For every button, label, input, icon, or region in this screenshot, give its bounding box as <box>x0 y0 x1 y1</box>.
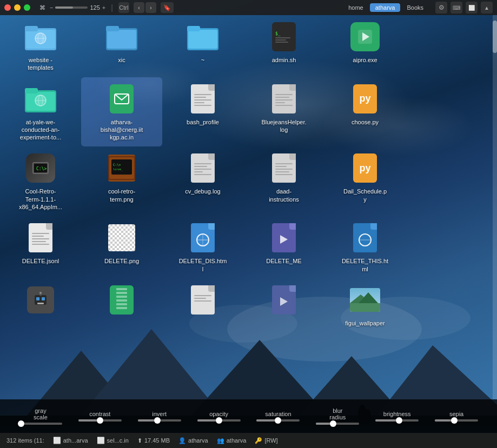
file-atharva-email[interactable]: atharva-bishal@cnerg.iitkgp.ac.in <box>81 77 162 147</box>
filter-grayscale-slider[interactable] <box>19 423 62 425</box>
finder-icon: ⌘ <box>37 2 48 13</box>
doc-icon-cv-debug <box>187 152 219 184</box>
zip-icon-file <box>105 284 138 316</box>
file-label-delete-png: DELETE.png <box>104 257 139 265</box>
file-label-figui-wallpaper: figui_wallpaper <box>345 319 385 327</box>
close-button[interactable] <box>4 4 11 11</box>
file-delete-this-html[interactable]: DELETE_THIS.html <box>324 216 406 278</box>
png-icon-delete <box>105 222 138 254</box>
status-count-label: 312 items (11: <box>6 437 44 444</box>
file-xic[interactable]: xic <box>81 15 162 69</box>
tab-home[interactable]: home <box>343 3 369 12</box>
file-dail-schedule[interactable]: py Dail_Schedule.py <box>324 146 406 209</box>
tab-books[interactable]: Books <box>401 3 429 12</box>
filter-opacity: opacity <box>189 411 249 422</box>
status-app2-label: sel...c.in <box>107 437 129 444</box>
doc-icon-delete-jsonl <box>24 222 57 254</box>
nav-forward-button[interactable]: › <box>145 2 156 13</box>
settings-icon[interactable]: ⚙ <box>435 2 447 14</box>
filter-brightness-slider[interactable] <box>375 419 419 422</box>
svg-text:C:\>: C:\> <box>113 163 121 166</box>
divider1: | <box>111 3 113 12</box>
file-bash-profile[interactable]: bash_profile <box>162 77 243 131</box>
file-video2[interactable] <box>243 278 324 325</box>
bookmark-icon[interactable]: 🔖 <box>161 2 174 13</box>
expand-icon[interactable]: ▲ <box>481 2 493 14</box>
ctrl-icon[interactable]: Ctrl <box>118 2 129 13</box>
status-icon-app1: ⬜ <box>53 437 61 444</box>
scroll-thumb[interactable] <box>493 21 497 53</box>
file-bluejeans-log[interactable]: BluejeansHelper.log <box>243 77 324 139</box>
video-icon-delete-me <box>268 222 300 254</box>
filter-invert-slider[interactable] <box>138 419 181 422</box>
file-delete-png[interactable]: DELETE.png <box>81 216 162 270</box>
status-user1-icon: 👤 <box>178 437 186 444</box>
status-disk-icon: ⬆ <box>137 437 142 444</box>
file-label-admin-sh: admin.sh <box>272 56 296 64</box>
maximize-button[interactable] <box>24 4 30 11</box>
status-item-count: 312 items (11: <box>6 437 44 444</box>
file-doc-plain[interactable] <box>162 278 243 325</box>
filter-brightness: brightness <box>367 411 427 422</box>
file-delete-me[interactable]: DELETE_ME <box>243 216 324 270</box>
nav-back-button[interactable]: ‹ <box>134 2 144 13</box>
file-aipro-exe[interactable]: aipro.exe <box>324 15 406 69</box>
screen-icon[interactable]: ⬜ <box>466 2 478 14</box>
tab-atharva[interactable]: atharva <box>370 3 401 12</box>
filter-bar: grayscale contrast invert opacity satura… <box>0 399 497 433</box>
filter-sepia: sepia <box>427 411 486 422</box>
status-user1-label: atharva <box>188 437 208 444</box>
filter-grayscale: grayscale <box>11 407 70 425</box>
file-figui-wallpaper[interactable]: figui_wallpaper <box>324 278 406 332</box>
file-at-yale[interactable]: at-yale-we-conducted-an-experiment-to... <box>0 77 81 147</box>
filter-contrast-slider[interactable] <box>78 419 122 422</box>
menu-icons-right: ⚙ ⌨ ⬜ ▲ <box>435 2 493 14</box>
file-robot[interactable] <box>0 278 81 325</box>
zoom-slider[interactable] <box>55 6 88 9</box>
status-mode-label: [RW] <box>264 437 277 444</box>
file-tilde[interactable]: ~ <box>162 15 243 69</box>
file-label-cool-retro-app: Cool-Retro-Term-1.1.1-x86_64.AppIm... <box>19 188 62 211</box>
scroll-bar[interactable] <box>493 15 497 399</box>
file-cv-debug[interactable]: cv_debug.log <box>162 146 243 200</box>
file-cool-retro-png[interactable]: C:\> lorem_ cool-retro-term.png <box>81 146 162 209</box>
file-label-cv-debug: cv_debug.log <box>185 188 220 195</box>
file-choose-py[interactable]: py choose.py <box>324 77 406 131</box>
file-zip[interactable] <box>81 278 162 325</box>
keyboard-icon[interactable]: ⌨ <box>450 2 462 14</box>
status-item-user1: 👤 atharva <box>178 437 208 444</box>
file-label-delete-this-html: DELETE_THIS.html <box>342 257 388 273</box>
file-delete-jsonl[interactable]: DELETE.jsonl <box>0 216 81 270</box>
file-admin-sh[interactable]: $_ admin.sh <box>243 15 324 69</box>
traffic-lights <box>4 4 30 11</box>
svg-rect-20 <box>107 30 136 49</box>
filter-blur-slider[interactable] <box>316 423 359 425</box>
menu-bar: ⌘ − 125 + | Ctrl ‹ › 🔖 home atharva Book… <box>0 0 497 15</box>
svg-marker-42 <box>280 235 288 244</box>
svg-rect-15 <box>25 26 38 31</box>
filter-contrast-label: contrast <box>89 411 110 417</box>
file-label-bash-profile: bash_profile <box>187 118 219 126</box>
file-row-3: DELETE.jsonl DELETE.png <box>0 216 497 278</box>
image-preview-figui <box>349 284 381 316</box>
status-user2-label: atharva <box>227 437 247 444</box>
minimize-button[interactable] <box>14 4 21 11</box>
file-website-templates[interactable]: website -templates <box>0 15 81 77</box>
zoom-increase[interactable]: + <box>102 4 105 11</box>
svg-text:C:\>: C:\> <box>36 166 47 171</box>
menu-tabs: home atharva Books <box>343 3 429 12</box>
file-delete-dis-html[interactable]: DELETE_DIS.html <box>162 216 243 278</box>
filter-saturation-slider[interactable] <box>256 419 300 422</box>
status-app1-label: ath...arva <box>63 437 88 444</box>
filter-contrast: contrast <box>70 411 130 422</box>
file-daad-instructions[interactable]: daad-instructions <box>243 146 324 209</box>
file-cool-retro-app[interactable]: C:\> Cool-Retro-Term-1.1.1-x86_64.AppIm.… <box>0 146 81 216</box>
zoom-value: 125 <box>90 4 100 11</box>
filter-sepia-label: sepia <box>449 411 463 417</box>
video-icon-2 <box>268 284 300 316</box>
filter-opacity-slider[interactable] <box>197 419 241 422</box>
zoom-decrease[interactable]: − <box>50 4 53 11</box>
file-label-tilde: ~ <box>201 56 204 64</box>
svg-marker-49 <box>280 297 288 306</box>
filter-sepia-slider[interactable] <box>435 419 478 422</box>
